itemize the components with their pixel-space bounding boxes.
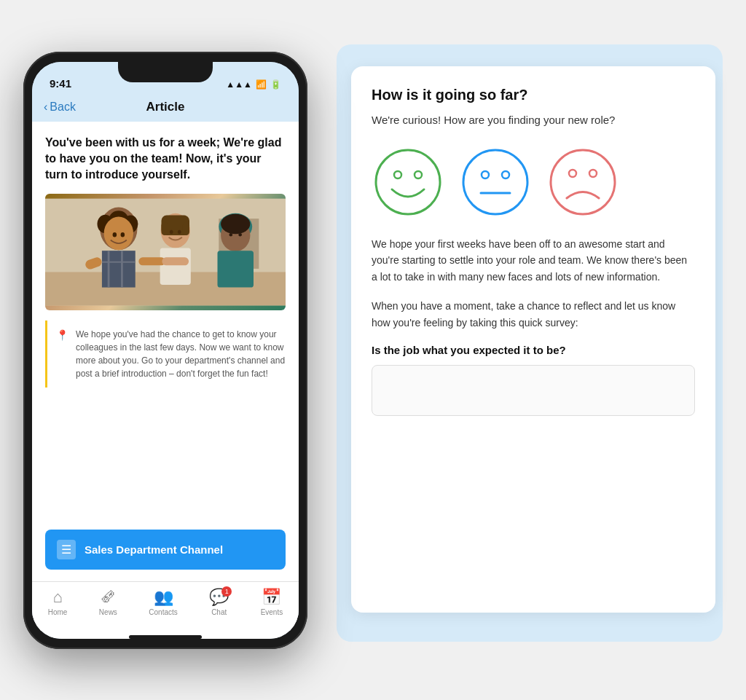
svg-point-30 [376, 150, 440, 214]
svg-rect-29 [218, 251, 254, 287]
tab-chat[interactable]: 💬 1 Chat [209, 588, 229, 616]
tab-contacts-label: Contacts [149, 608, 177, 616]
svg-point-28 [238, 233, 242, 237]
tab-home[interactable]: ⌂ Home [48, 588, 68, 616]
status-icons: ▲▲▲ 📶 🔋 [226, 79, 281, 90]
status-time: 9:41 [50, 77, 71, 90]
wifi-icon: 📶 [256, 79, 267, 90]
svg-rect-22 [138, 257, 165, 265]
channel-label: Sales Department Channel [85, 543, 223, 556]
svg-point-38 [569, 170, 576, 177]
home-icon: ⌂ [52, 588, 62, 607]
article-headline: You've been with us for a week; We're gl… [45, 135, 286, 184]
tab-bar: ⌂ Home 🗞 News 👥 Contacts 💬 1 Chat [32, 581, 299, 631]
home-indicator [129, 635, 202, 639]
contacts-icon: 👥 [154, 588, 173, 607]
channel-icon: ☰ [57, 540, 76, 559]
happy-face[interactable] [372, 146, 444, 219]
svg-rect-18 [183, 221, 189, 235]
svg-point-20 [178, 229, 181, 234]
survey-subtitle: We're curious! How are you finding your … [372, 112, 695, 129]
sad-face[interactable] [546, 146, 619, 219]
svg-point-33 [463, 150, 527, 214]
phone-screen: 9:41 ▲▲▲ 📶 🔋 ‹ Back Article You've been … [32, 62, 299, 639]
svg-point-34 [482, 171, 489, 178]
tab-chat-label: Chat [211, 608, 227, 616]
chat-badge: 1 [221, 586, 232, 597]
tab-home-label: Home [48, 608, 68, 616]
tab-contacts[interactable]: 👥 Contacts [149, 588, 177, 616]
svg-point-32 [415, 171, 422, 178]
news-icon: 🗞 [100, 588, 116, 607]
tab-news[interactable]: 🗞 News [99, 588, 117, 616]
survey-body-1: We hope your first weeks have been off t… [372, 236, 695, 285]
article-image [45, 194, 286, 310]
emoji-row [372, 146, 695, 219]
battery-icon: 🔋 [270, 79, 281, 90]
svg-point-37 [551, 150, 615, 214]
notch [118, 62, 213, 82]
survey-body-2: When you have a moment, take a chance to… [372, 298, 695, 331]
svg-point-27 [229, 233, 233, 237]
survey-card: How is it going so far? We're curious! H… [351, 66, 715, 613]
survey-title: How is it going so far? [372, 87, 695, 103]
tab-events-label: Events [261, 608, 283, 616]
svg-point-35 [502, 171, 509, 178]
tab-news-label: News [99, 608, 117, 616]
svg-point-19 [170, 229, 173, 234]
chevron-left-icon: ‹ [44, 101, 47, 114]
article-body: You've been with us for a week; We're gl… [32, 122, 299, 530]
blockquote-section: 📍 We hope you've had the chance to get t… [45, 320, 286, 388]
phone: 9:41 ▲▲▲ 📶 🔋 ‹ Back Article You've been … [23, 52, 307, 649]
svg-point-39 [589, 170, 597, 177]
signal-icon: ▲▲▲ [226, 79, 252, 90]
svg-rect-21 [160, 248, 191, 284]
events-icon: 📅 [262, 588, 281, 607]
svg-rect-17 [162, 221, 168, 235]
neutral-face[interactable] [459, 146, 532, 219]
blockquote-text: We hope you've had the chance to get to … [76, 328, 286, 380]
svg-point-9 [121, 232, 125, 237]
survey-question: Is the job what you expected it to be? [372, 344, 695, 356]
svg-point-26 [221, 213, 250, 234]
svg-point-8 [113, 232, 117, 237]
svg-rect-23 [162, 257, 189, 265]
nav-title: Article [146, 100, 185, 114]
svg-point-31 [394, 171, 401, 178]
svg-rect-10 [102, 251, 136, 287]
svg-point-7 [104, 216, 133, 250]
pin-icon: 📍 [56, 329, 68, 380]
back-button[interactable]: ‹ Back [44, 101, 76, 114]
scroll-content: You've been with us for a week; We're gl… [32, 122, 299, 639]
tab-events[interactable]: 📅 Events [261, 588, 283, 616]
back-label: Back [50, 101, 76, 114]
survey-answer-input[interactable] [372, 365, 695, 416]
scene: 9:41 ▲▲▲ 📶 🔋 ‹ Back Article You've been … [23, 23, 723, 678]
nav-header: ‹ Back Article [32, 94, 299, 122]
channel-button[interactable]: ☰ Sales Department Channel [45, 530, 286, 570]
